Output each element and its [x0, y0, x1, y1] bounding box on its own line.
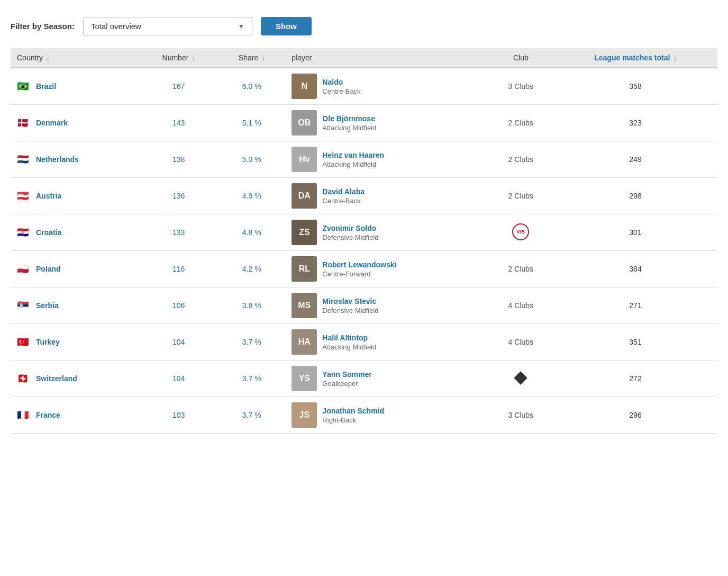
flag-icon: 🇨🇭 [17, 373, 32, 384]
table-row: 🇭🇷 Croatia 1334.8 % ZS Zvonimir Soldo De… [11, 214, 717, 251]
number-sort-link[interactable]: Number ↕ [162, 53, 195, 62]
matches-cell: 272 [553, 361, 717, 397]
col-country: Country ↕ [11, 48, 139, 68]
club-cell: 2 Clubs [488, 105, 553, 141]
club-cell: 4 Clubs [488, 287, 553, 324]
matches-cell: 301 [553, 214, 717, 251]
sort-icon-number: ↕ [192, 55, 195, 61]
country-link[interactable]: Austria [36, 192, 61, 200]
player-position: Defensive Midfield [322, 307, 378, 314]
player-cell: Hv Heinz van Haaren Attacking Midfield [285, 141, 488, 178]
player-position: Attacking Midfield [322, 160, 384, 168]
table-header-row: Country ↕ Number ↕ Share ↕ player [11, 48, 717, 68]
number-cell: 167 [139, 68, 218, 105]
player-avatar: ZS [292, 220, 317, 245]
player-name-link[interactable]: Naldo [322, 78, 343, 86]
country-cell: 🇫🇷 France [11, 397, 139, 434]
player-name-link[interactable]: Heinz van Haaren [322, 151, 384, 159]
player-name-link[interactable]: Miroslav Stevic [322, 297, 376, 305]
country-link[interactable]: Brazil [36, 82, 56, 91]
table-row: 🇫🇷 France 1033.7 % JS Jonathan Schmid Ri… [11, 397, 717, 434]
share-cell: 3.7 % [218, 361, 285, 397]
country-link[interactable]: Netherlands [36, 155, 79, 164]
matches-sort-link[interactable]: League matches total ↕ [594, 53, 677, 62]
sort-icon-country: ↕ [47, 55, 50, 61]
flag-icon: 🇵🇱 [17, 264, 32, 274]
player-info: Zvonimir Soldo Defensive Midfield [322, 224, 378, 241]
flag-icon: 🇷🇸 [17, 300, 32, 311]
share-cell: 4.2 % [218, 251, 285, 287]
player-avatar: DA [292, 183, 317, 209]
club-cell: 2 Clubs [488, 251, 553, 287]
country-link[interactable]: Poland [36, 265, 61, 273]
player-position: Attacking Midfield [322, 124, 376, 132]
share-sort-link[interactable]: Share ↕ [239, 53, 265, 62]
country-link[interactable]: France [36, 411, 60, 419]
player-name-link[interactable]: Jonathan Schmid [322, 407, 384, 415]
player-name-link[interactable]: Ole Björnmose [322, 114, 375, 123]
season-dropdown[interactable]: Total overview ▼ [83, 17, 252, 35]
share-cell: 4.9 % [218, 178, 285, 214]
player-position: Centre-Back [322, 197, 365, 205]
matches-cell: 298 [553, 178, 717, 214]
filter-bar: Filter by Season: Total overview ▼ Show [11, 11, 717, 46]
number-cell: 116 [139, 251, 218, 287]
player-position: Centre-Back [322, 87, 360, 95]
country-link[interactable]: Switzerland [36, 374, 77, 383]
country-sort-link[interactable]: Country ↕ [17, 53, 49, 62]
player-name-link[interactable]: Halil Altintop [322, 334, 368, 342]
share-cell: 3.7 % [218, 324, 285, 361]
matches-cell: 384 [553, 251, 717, 287]
club-cell: VfB [488, 214, 553, 251]
player-info: Heinz van Haaren Attacking Midfield [322, 151, 384, 168]
club-cell: 3 Clubs [488, 397, 553, 434]
player-name-link[interactable]: David Alaba [322, 187, 365, 196]
number-cell: 136 [139, 178, 218, 214]
col-share: Share ↕ [218, 48, 285, 68]
number-cell: 133 [139, 214, 218, 251]
player-info: Yann Sommer Goalkeeper [322, 370, 371, 388]
club-cell: 2 Clubs [488, 141, 553, 178]
player-cell: DA David Alaba Centre-Back [285, 178, 488, 214]
col-club: Club [488, 48, 553, 68]
matches-cell: 249 [553, 141, 717, 178]
country-cell: 🇹🇷 Turkey [11, 324, 139, 361]
table-row: 🇹🇷 Turkey 1043.7 % HA Halil Altintop Att… [11, 324, 717, 361]
matches-cell: 351 [553, 324, 717, 361]
player-info: Miroslav Stevic Defensive Midfield [322, 297, 378, 314]
flag-icon: 🇳🇱 [17, 154, 32, 165]
player-cell: OB Ole Björnmose Attacking Midfield [285, 105, 488, 141]
number-cell: 143 [139, 105, 218, 141]
player-position: Right-Back [322, 416, 384, 424]
table-row: 🇧🇷 Brazil 1676.0 % N Naldo Centre-Back 3… [11, 68, 717, 105]
player-name-link[interactable]: Robert Lewandowski [322, 260, 396, 269]
flag-icon: 🇹🇷 [17, 337, 32, 347]
season-selected-value: Total overview [91, 22, 141, 31]
player-avatar: JS [292, 402, 317, 428]
player-avatar: OB [292, 110, 317, 136]
share-cell: 5.1 % [218, 105, 285, 141]
country-cell: 🇵🇱 Poland [11, 251, 139, 287]
player-avatar: N [292, 74, 317, 99]
player-position: Centre-Forward [322, 270, 396, 278]
chevron-down-icon: ▼ [238, 23, 244, 30]
show-button[interactable]: Show [261, 17, 312, 35]
share-cell: 3.8 % [218, 287, 285, 324]
player-cell: HA Halil Altintop Attacking Midfield [285, 324, 488, 361]
player-name-link[interactable]: Yann Sommer [322, 370, 371, 379]
player-name-link[interactable]: Zvonimir Soldo [322, 224, 376, 232]
data-table: Country ↕ Number ↕ Share ↕ player [11, 48, 717, 434]
flag-icon: 🇭🇷 [17, 227, 32, 238]
country-link[interactable]: Serbia [36, 301, 59, 310]
number-cell: 138 [139, 141, 218, 178]
matches-cell: 271 [553, 287, 717, 324]
player-avatar: MS [292, 293, 317, 318]
club-cell: 2 Clubs [488, 178, 553, 214]
country-link[interactable]: Denmark [36, 119, 68, 127]
player-info: Robert Lewandowski Centre-Forward [322, 260, 396, 278]
number-cell: 104 [139, 324, 218, 361]
country-link[interactable]: Turkey [36, 338, 60, 346]
share-cell: 6.0 % [218, 68, 285, 105]
sort-icon-share: ↕ [262, 55, 265, 61]
country-link[interactable]: Croatia [36, 228, 61, 237]
